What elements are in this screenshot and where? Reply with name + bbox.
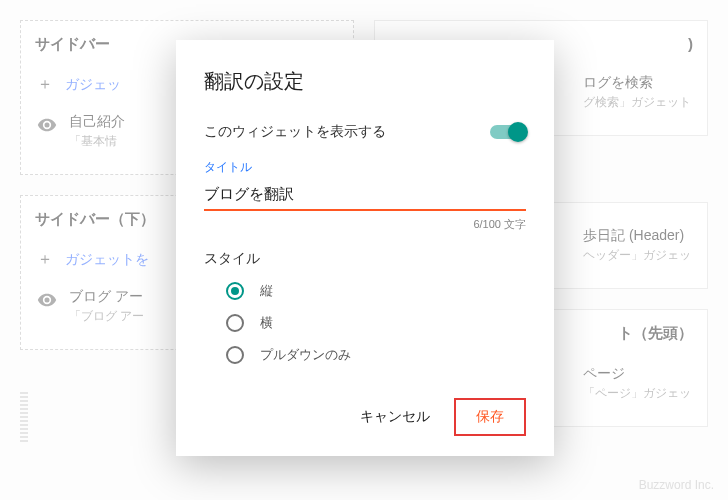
toggle-knob: [508, 122, 528, 142]
style-label: スタイル: [204, 250, 526, 268]
translate-settings-modal: 翻訳の設定 このウィジェットを表示する タイトル 6/100 文字 スタイル 縦…: [176, 40, 554, 456]
style-radio-group: 縦 横 プルダウンのみ: [204, 282, 526, 364]
modal-title: 翻訳の設定: [204, 68, 526, 95]
save-button[interactable]: 保存: [454, 398, 526, 436]
char-count: 6/100 文字: [204, 217, 526, 232]
radio-label: 縦: [260, 282, 273, 300]
radio-icon: [226, 346, 244, 364]
footer-brand: Buzzword Inc.: [639, 478, 714, 492]
radio-icon: [226, 282, 244, 300]
radio-horizontal[interactable]: 横: [226, 314, 526, 332]
radio-label: プルダウンのみ: [260, 346, 351, 364]
show-widget-label: このウィジェットを表示する: [204, 123, 386, 141]
cancel-button[interactable]: キャンセル: [344, 400, 446, 434]
radio-vertical[interactable]: 縦: [226, 282, 526, 300]
title-field-label: タイトル: [204, 159, 526, 176]
radio-label: 横: [260, 314, 273, 332]
show-widget-toggle[interactable]: [490, 125, 526, 139]
title-input[interactable]: [204, 182, 526, 211]
radio-pulldown[interactable]: プルダウンのみ: [226, 346, 526, 364]
radio-icon: [226, 314, 244, 332]
